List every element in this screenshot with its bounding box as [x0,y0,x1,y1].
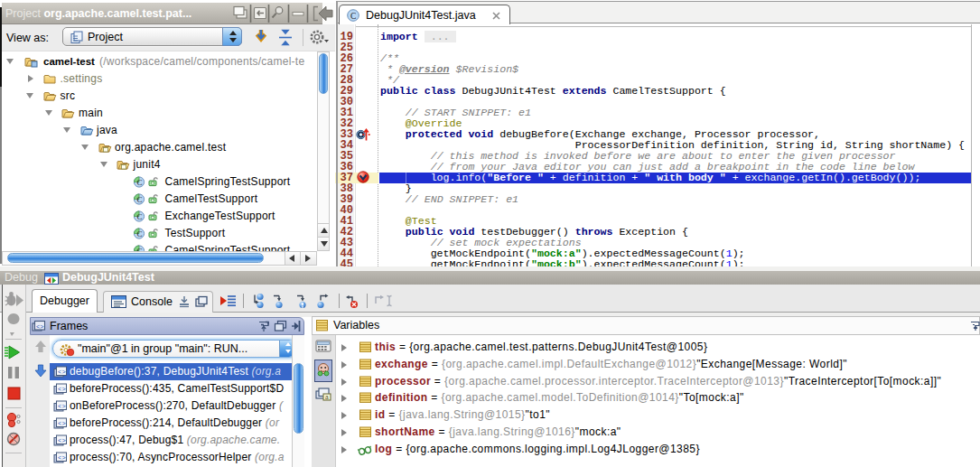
svg-text:a: a [325,394,329,400]
svg-text:C: C [350,12,356,21]
svg-text:<>: <> [36,322,43,330]
